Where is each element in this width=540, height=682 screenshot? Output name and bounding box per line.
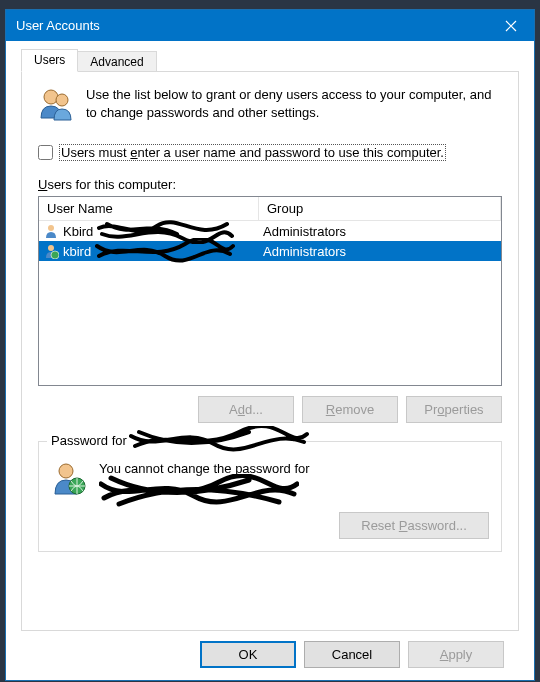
svg-point-3 [48,245,54,251]
users-listview[interactable]: User Name Group Kbird Administrators [38,196,502,386]
titlebar[interactable]: User Accounts [6,10,534,41]
dialog-buttons: OK Cancel Apply [21,631,519,668]
redaction-scribble [95,242,215,260]
tab-users[interactable]: Users [21,49,78,72]
tabstrip: Users Advanced [21,49,519,72]
redaction-scribble [99,480,269,500]
svg-point-1 [56,94,68,106]
cancel-button[interactable]: Cancel [304,641,400,668]
window-title: User Accounts [16,18,488,33]
row-group: Administrators [259,244,501,259]
password-group-legend: Password for [47,433,293,448]
ok-button[interactable]: OK [200,641,296,668]
password-text: You cannot change the password for [99,460,310,500]
svg-point-4 [51,251,59,259]
apply-button[interactable]: Apply [408,641,504,668]
tab-advanced[interactable]: Advanced [78,51,156,72]
remove-button[interactable]: Remove [302,396,398,423]
svg-point-5 [59,464,73,478]
password-button-row: Reset Password... [51,512,489,539]
row-username: Kbird [63,224,93,239]
col-header-group[interactable]: Group [259,197,501,220]
close-button[interactable] [488,10,534,41]
intro-row: Use the list below to grant or deny user… [38,86,502,122]
require-login-checkbox[interactable] [38,145,53,160]
redaction-scribble [129,434,289,448]
user-head-globe-icon [43,243,59,259]
tab-page-users: Use the list below to grant or deny user… [21,71,519,631]
svg-point-2 [48,225,54,231]
reset-password-button[interactable]: Reset Password... [339,512,489,539]
properties-button[interactable]: Properties [406,396,502,423]
require-login-label[interactable]: Users must enter a user name and passwor… [59,144,446,161]
row-username: kbird [63,244,91,259]
user-globe-icon [51,460,87,496]
table-row[interactable]: kbird Administrators [39,241,501,261]
intro-text: Use the list below to grant or deny user… [86,86,502,122]
user-head-icon [43,223,59,239]
col-header-username[interactable]: User Name [39,197,259,220]
row-group: Administrators [259,224,501,239]
client-area: Users Advanced Use the list below to gra… [6,41,534,680]
add-button[interactable]: Add... [198,396,294,423]
users-icon [38,86,74,122]
require-login-row: Users must enter a user name and passwor… [38,144,502,161]
list-buttons-row: Add... Remove Properties [38,396,502,423]
user-accounts-window: User Accounts Users Advanced Use the lis [5,9,535,681]
password-group: Password for You [38,441,502,552]
users-list-label: Users for this computer: [38,177,502,192]
password-body: You cannot change the password for [51,460,489,500]
close-icon [505,20,517,32]
